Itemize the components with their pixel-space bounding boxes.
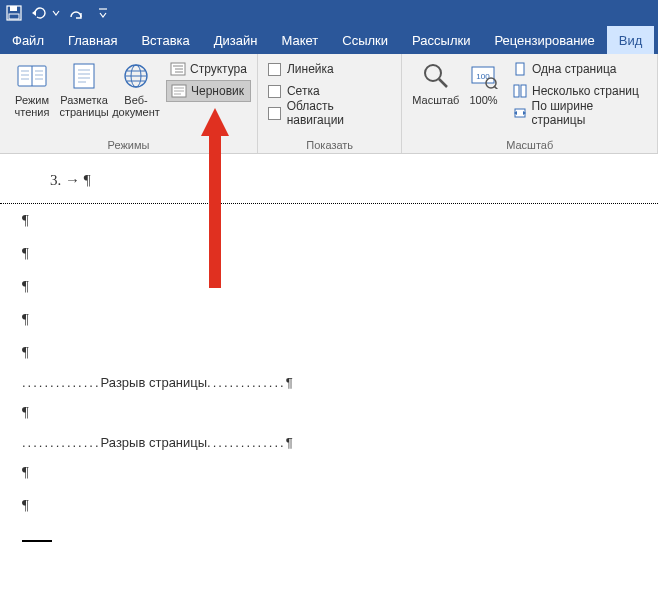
- svg-line-35: [494, 86, 498, 89]
- paragraph-mark: ¶: [0, 303, 658, 336]
- tab-layout[interactable]: Макет: [269, 26, 330, 54]
- svg-point-30: [425, 65, 441, 81]
- multi-page-label: Несколько страниц: [532, 84, 639, 98]
- tab-design[interactable]: Дизайн: [202, 26, 270, 54]
- ruler-label: Линейка: [287, 62, 334, 76]
- zoom-label: Масштаб: [412, 94, 459, 106]
- document-area[interactable]: 3. → ¶ ¶¶¶¶¶ .............. Разрыв стран…: [0, 154, 658, 542]
- para-mark: ¶: [286, 375, 293, 390]
- reading-mode-icon: [16, 60, 48, 92]
- zoom-button[interactable]: Масштаб: [408, 58, 463, 106]
- page-break-dots: ..............: [22, 375, 101, 390]
- svg-rect-1: [10, 6, 17, 11]
- group-zoom-caption: Масштаб: [408, 137, 651, 151]
- zoom100-label: 100%: [469, 94, 497, 106]
- print-layout-button[interactable]: Разметка страницы: [58, 58, 110, 118]
- tab-file[interactable]: Файл: [0, 26, 56, 54]
- save-icon[interactable]: [6, 5, 22, 21]
- group-views: Режим чтения Разметка страницы Веб- доку…: [0, 54, 258, 153]
- paragraph-mark: ¶: [0, 396, 658, 429]
- tab-references[interactable]: Ссылки: [330, 26, 400, 54]
- reading-mode-label: Режим чтения: [15, 94, 50, 118]
- paragraph-mark: ¶: [0, 270, 658, 303]
- redo-icon[interactable]: [68, 6, 84, 20]
- page-break-label: Разрыв страницы: [101, 435, 208, 450]
- zoom-icon: [420, 60, 452, 92]
- ruler-checkbox[interactable]: Линейка: [264, 58, 396, 80]
- page-break-2: .............. Разрыв страницы .........…: [0, 429, 658, 456]
- gridlines-label: Сетка: [287, 84, 320, 98]
- customize-qat-icon[interactable]: [98, 7, 108, 19]
- checkbox-icon: [268, 85, 281, 98]
- print-layout-icon: [68, 60, 100, 92]
- web-layout-button[interactable]: Веб- документ: [110, 58, 162, 118]
- page-break-dots: ..............: [207, 435, 286, 450]
- tab-review[interactable]: Рецензирование: [482, 26, 606, 54]
- tab-view[interactable]: Вид: [607, 26, 655, 54]
- group-zoom: Масштаб 100 100% Одна страница Несколько…: [402, 54, 658, 153]
- page-width-button[interactable]: По ширине страницы: [508, 102, 651, 124]
- group-show: Линейка Сетка Область навигации Показать: [258, 54, 403, 153]
- checkbox-icon: [268, 107, 281, 120]
- outline-icon: [170, 61, 186, 77]
- para-mark: ¶: [286, 435, 293, 450]
- paragraph-mark: ¶: [0, 204, 658, 237]
- page-break-dots: ..............: [207, 375, 286, 390]
- page-break-label: Разрыв страницы: [101, 375, 208, 390]
- checkbox-icon: [268, 63, 281, 76]
- page-break-dots: ..............: [22, 435, 101, 450]
- zoom100-icon: 100: [468, 60, 500, 92]
- paragraph-mark: ¶: [0, 489, 658, 522]
- web-layout-icon: [120, 60, 152, 92]
- svg-rect-37: [514, 85, 519, 97]
- multi-page-icon: [512, 83, 528, 99]
- tab-mailings[interactable]: Рассылки: [400, 26, 482, 54]
- one-page-button[interactable]: Одна страница: [508, 58, 651, 80]
- footer-separator: [22, 540, 52, 542]
- print-layout-label: Разметка страницы: [59, 94, 108, 118]
- outline-label: Структура: [190, 62, 247, 76]
- undo-icon[interactable]: [30, 6, 48, 20]
- svg-rect-2: [9, 14, 19, 19]
- page-break-1: .............. Разрыв страницы .........…: [0, 369, 658, 396]
- undo-dropdown-icon[interactable]: [52, 9, 60, 17]
- doc-first-line: 3. → ¶: [0, 166, 658, 195]
- paragraph-mark: ¶: [0, 336, 658, 369]
- quick-access-toolbar: [0, 0, 658, 26]
- page-width-icon: [512, 105, 528, 121]
- one-page-label: Одна страница: [532, 62, 616, 76]
- outline-button[interactable]: Структура: [166, 58, 251, 80]
- svg-rect-36: [516, 63, 524, 75]
- tab-home[interactable]: Главная: [56, 26, 129, 54]
- svg-rect-12: [74, 64, 94, 88]
- zoom100-button[interactable]: 100 100%: [463, 58, 504, 106]
- reading-mode-button[interactable]: Режим чтения: [6, 58, 58, 118]
- menu-bar: Файл Главная Вставка Дизайн Макет Ссылки…: [0, 26, 658, 54]
- tab-insert[interactable]: Вставка: [129, 26, 201, 54]
- draft-label: Черновик: [191, 84, 244, 98]
- group-views-caption: Режимы: [6, 137, 251, 151]
- svg-line-31: [439, 79, 447, 87]
- ribbon: Режим чтения Разметка страницы Веб- доку…: [0, 54, 658, 154]
- group-show-caption: Показать: [264, 137, 396, 151]
- navpane-label: Область навигации: [287, 99, 392, 127]
- paragraph-mark: ¶: [0, 456, 658, 489]
- paragraph-mark: ¶: [0, 237, 658, 270]
- svg-rect-38: [521, 85, 526, 97]
- draft-button[interactable]: Черновик: [166, 80, 251, 102]
- navpane-checkbox[interactable]: Область навигации: [264, 102, 396, 124]
- draft-icon: [171, 83, 187, 99]
- page-width-label: По ширине страницы: [532, 99, 647, 127]
- one-page-icon: [512, 61, 528, 77]
- web-layout-label: Веб- документ: [112, 94, 160, 118]
